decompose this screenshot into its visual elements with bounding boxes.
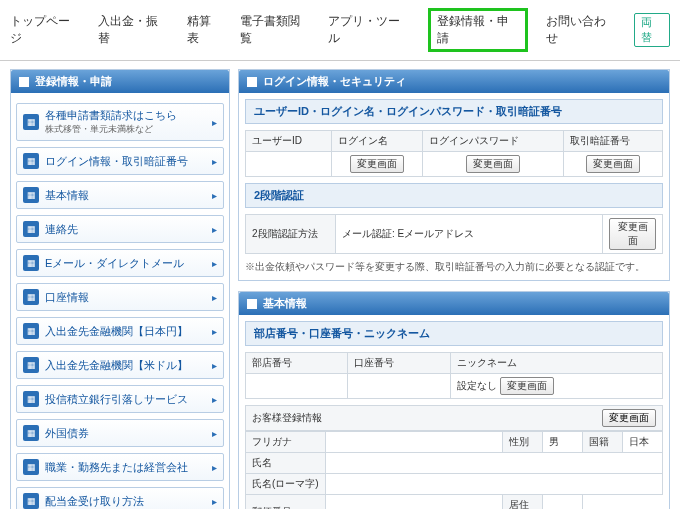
change-button[interactable]: 変更画面	[609, 218, 656, 250]
basic-sub2: お客様登録情報 変更画面	[245, 405, 663, 431]
ryogae-button[interactable]: 両替	[634, 13, 669, 47]
sidebar-item[interactable]: ▦連絡先▸	[16, 215, 224, 243]
twofa-note: ※出金依頼やパスワード等を変更する際、取引暗証番号の入力前に必要となる認証です。	[245, 260, 663, 274]
change-button[interactable]: 変更画面	[602, 409, 656, 427]
sidebar-item-label: Eメール・ダイレクトメール	[45, 257, 206, 270]
nav-item[interactable]: アプリ・ツール	[328, 13, 410, 47]
sidebar-item-label: 連絡先	[45, 223, 206, 236]
twofa-table: 2段階認証方法 メール認証: Eメールアドレス 変更画面	[245, 214, 663, 254]
nav-item[interactable]: トップページ	[10, 13, 80, 47]
sidebar-item-label: 基本情報	[45, 189, 206, 202]
nav-item[interactable]: 登録情報・申請	[428, 8, 528, 52]
login-sub2: 2段階認証	[245, 183, 663, 208]
sidebar-item[interactable]: ▦配当金受け取り方法▸	[16, 487, 224, 509]
item-icon: ▦	[23, 221, 39, 237]
change-button[interactable]: 変更画面	[586, 155, 640, 173]
chevron-right-icon: ▸	[212, 156, 217, 167]
login-card: ログイン情報・セキュリティ ユーザーID・ログイン名・ログインパスワード・取引暗…	[238, 69, 670, 281]
square-icon	[247, 299, 257, 309]
account-table: 部店番号 口座番号 ニックネーム 設定なし 変更画面	[245, 352, 663, 399]
nav-item[interactable]: 入出金・振替	[98, 13, 168, 47]
item-icon: ▦	[23, 114, 39, 130]
item-icon: ▦	[23, 255, 39, 271]
login-header: ログイン情報・セキュリティ	[239, 70, 669, 93]
square-icon	[19, 77, 29, 87]
sidebar-item-label: 入出金先金融機関【日本円】	[45, 325, 206, 338]
sidebar-item[interactable]: ▦各種申請書類請求はこちら株式移管・単元未満株など▸	[16, 103, 224, 141]
sidebar-item-label: 投信積立銀行引落しサービス	[45, 393, 206, 406]
sidebar-item-label: 外国債券	[45, 427, 206, 440]
sidebar: 登録情報・申請 ▦各種申請書類請求はこちら株式移管・単元未満株など▸▦ログイン情…	[10, 69, 230, 509]
item-icon: ▦	[23, 391, 39, 407]
top-nav: トップページ入出金・振替精算表電子書類閲覧アプリ・ツール登録情報・申請お問い合わ…	[0, 0, 680, 61]
chevron-right-icon: ▸	[212, 292, 217, 303]
change-button[interactable]: 変更画面	[466, 155, 520, 173]
chevron-right-icon: ▸	[212, 326, 217, 337]
chevron-right-icon: ▸	[212, 462, 217, 473]
chevron-right-icon: ▸	[212, 428, 217, 439]
chevron-right-icon: ▸	[212, 360, 217, 371]
chevron-right-icon: ▸	[212, 394, 217, 405]
sidebar-item[interactable]: ▦口座情報▸	[16, 283, 224, 311]
sidebar-item[interactable]: ▦外国債券▸	[16, 419, 224, 447]
chevron-right-icon: ▸	[212, 224, 217, 235]
sidebar-item[interactable]: ▦職業・勤務先または経営会社▸	[16, 453, 224, 481]
nav-item[interactable]: 電子書類閲覧	[240, 13, 310, 47]
sidebar-item[interactable]: ▦ログイン情報・取引暗証番号▸	[16, 147, 224, 175]
square-icon	[247, 77, 257, 87]
item-icon: ▦	[23, 323, 39, 339]
nav-item[interactable]: お問い合わせ	[546, 13, 616, 47]
item-icon: ▦	[23, 187, 39, 203]
sidebar-item-label: 配当金受け取り方法	[45, 495, 206, 508]
change-button[interactable]: 変更画面	[350, 155, 404, 173]
nav-item[interactable]: 精算表	[187, 13, 222, 47]
item-icon: ▦	[23, 493, 39, 509]
login-table: ユーザーID ログイン名 ログインパスワード 取引暗証番号 変更画面 変更画面 …	[245, 130, 663, 177]
item-icon: ▦	[23, 289, 39, 305]
login-sub1: ユーザーID・ログイン名・ログインパスワード・取引暗証番号	[245, 99, 663, 124]
sidebar-item-label: 口座情報	[45, 291, 206, 304]
sidebar-items: ▦各種申請書類請求はこちら株式移管・単元未満株など▸▦ログイン情報・取引暗証番号…	[11, 103, 229, 509]
chevron-right-icon: ▸	[212, 258, 217, 269]
sidebar-item-label: 各種申請書類請求はこちら株式移管・単元未満株など	[45, 109, 206, 135]
change-button[interactable]: 変更画面	[500, 377, 554, 395]
sidebar-item-label: 職業・勤務先または経営会社	[45, 461, 206, 474]
item-icon: ▦	[23, 153, 39, 169]
sidebar-item[interactable]: ▦入出金先金融機関【米ドル】▸	[16, 351, 224, 379]
sidebar-item-label: ログイン情報・取引暗証番号	[45, 155, 206, 168]
customer-table: フリガナ性別男国籍日本氏名氏名(ローマ字)郵便番号居住国住所住所カナ外国の 重要…	[245, 431, 663, 509]
sidebar-title: 登録情報・申請	[35, 74, 112, 89]
item-icon: ▦	[23, 357, 39, 373]
sidebar-item[interactable]: ▦投信積立銀行引落しサービス▸	[16, 385, 224, 413]
basic-card: 基本情報 部店番号・口座番号・ニックネーム 部店番号 口座番号 ニックネーム 設…	[238, 291, 670, 509]
sidebar-item[interactable]: ▦Eメール・ダイレクトメール▸	[16, 249, 224, 277]
basic-sub1: 部店番号・口座番号・ニックネーム	[245, 321, 663, 346]
chevron-right-icon: ▸	[212, 117, 217, 128]
sidebar-item-label: 入出金先金融機関【米ドル】	[45, 359, 206, 372]
sidebar-item[interactable]: ▦入出金先金融機関【日本円】▸	[16, 317, 224, 345]
sidebar-item[interactable]: ▦基本情報▸	[16, 181, 224, 209]
basic-header: 基本情報	[239, 292, 669, 315]
chevron-right-icon: ▸	[212, 190, 217, 201]
item-icon: ▦	[23, 459, 39, 475]
chevron-right-icon: ▸	[212, 496, 217, 507]
item-icon: ▦	[23, 425, 39, 441]
sidebar-header: 登録情報・申請	[11, 70, 229, 93]
